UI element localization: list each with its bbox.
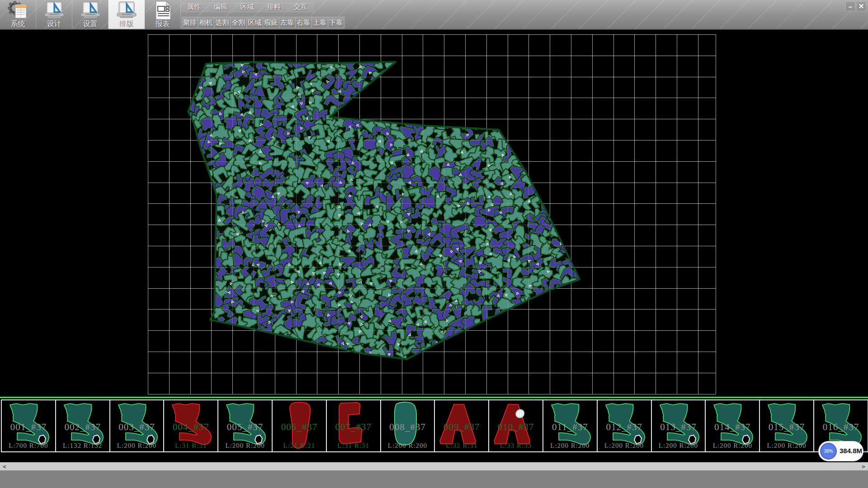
tool-button-region[interactable]: 区域	[247, 17, 263, 28]
piece-lr-label: L:700 R:700	[2, 442, 55, 450]
thumbnail-cell[interactable]: 011_#37L:200 R:200	[542, 399, 598, 452]
tool-button-snap-down[interactable]: 下靠	[328, 17, 344, 28]
piece-lr-label: L:200 R:200	[760, 442, 813, 450]
piece-id-label: 009_#37	[435, 422, 488, 433]
report-icon	[151, 1, 174, 20]
progress-percent: 38%	[824, 449, 833, 454]
piece-lr-label: L:21 R:21	[273, 442, 326, 450]
app-button-design[interactable]: 设计	[36, 0, 72, 29]
app-button-settings[interactable]: 设置	[72, 0, 108, 29]
piece-id-label: 008_#37	[381, 422, 434, 433]
tool-bar: 聚排相机选割全割区域瑕疵左靠右靠上靠下靠	[182, 17, 344, 28]
piece-lr-label: L:32 R:31	[435, 442, 488, 450]
close-button[interactable]: ✕	[856, 1, 866, 11]
piece-id-label: 003_#37	[110, 422, 164, 433]
thumbnail-cell[interactable]: 007_#37L:31 R:31	[326, 399, 381, 452]
piece-lr-label: L:200 R:200	[652, 442, 705, 450]
minimize-button[interactable]: –	[845, 1, 855, 11]
piece-id-label: 005_#37	[218, 422, 272, 433]
thumbnail-cell[interactable]: 002_#37L:132 R:132	[55, 399, 110, 452]
tool-button-snap-left[interactable]: 左靠	[279, 17, 296, 28]
divider-line	[0, 397, 868, 398]
app-button-layout[interactable]: 排版	[108, 0, 145, 29]
thumbnail-cell[interactable]: 013_#37L:200 R:200	[651, 399, 706, 452]
piece-id-label: 013_#37	[652, 422, 705, 433]
piece-id-label: 002_#37	[56, 422, 109, 433]
window-controls: – ✕	[845, 1, 866, 11]
piece-id-label: 016_#37	[814, 422, 868, 433]
app-button-bar: 系统 设计 设置 排版 报表	[0, 0, 181, 29]
system-gear-icon	[7, 1, 29, 20]
piece-lr-label: L:200 R:200	[381, 442, 434, 450]
piece-id-label: 014_#37	[706, 422, 759, 433]
piece-id-label: 004_#37	[164, 422, 217, 433]
tool-button-camera[interactable]: 相机	[198, 17, 214, 28]
tool-button-cluster-nest[interactable]: 聚排	[182, 17, 198, 28]
piece-id-label: 012_#37	[598, 422, 651, 433]
piece-lr-label: L:33 R:33	[489, 442, 542, 450]
piece-id-label: 010_#37	[489, 422, 542, 433]
menu-bar: 属性编辑区域排料交互	[181, 1, 314, 12]
piece-lr-label: L:200 R:200	[218, 442, 272, 450]
scroll-left-arrow[interactable]: <	[1, 462, 8, 470]
piece-id-label: 001_#37	[2, 422, 55, 433]
piece-id-label: 006_#37	[273, 422, 326, 433]
piece-id-label: 007_#37	[327, 422, 380, 433]
memory-status-pill: 38% 384.8M	[818, 441, 863, 461]
app-button-system[interactable]: 系统	[0, 0, 36, 29]
thumbnail-cell[interactable]: 005_#37L:200 R:200	[217, 399, 273, 452]
piece-lr-label: L:200 R:200	[110, 442, 164, 450]
thumbnail-cell[interactable]: 001_#37L:700 R:700	[1, 399, 56, 452]
piece-thumbnail-strip: 001_#37L:700 R:700 002_#37L:132 R:132 00…	[0, 399, 868, 452]
menu-item-edit[interactable]: 编辑	[208, 1, 234, 12]
laptop-ruler-icon	[43, 1, 66, 20]
piece-id-label: 015_#37	[760, 422, 813, 433]
scroll-right-arrow[interactable]: >	[860, 462, 867, 470]
piece-lr-label: L:200 R:200	[543, 442, 597, 450]
app-window: 系统 设计 设置 排版 报表 属性编辑区域排料交互 聚排相机选割全割区域瑕疵左靠…	[0, 0, 868, 488]
tool-button-snap-right[interactable]: 右靠	[296, 17, 312, 28]
progress-circle: 38%	[820, 443, 837, 460]
tool-button-cut-all[interactable]: 全割	[231, 17, 247, 28]
piece-lr-label: L:31 R:31	[164, 442, 217, 450]
tool-button-select-cut[interactable]: 选割	[214, 17, 231, 28]
piece-lr-label: L:31 R:31	[327, 442, 380, 450]
piece-lr-label: L:200 R:200	[706, 442, 759, 450]
thumbnail-cell[interactable]: 014_#37L:200 R:200	[705, 399, 760, 452]
piece-lr-label: L:132 R:132	[56, 442, 109, 450]
piece-lr-label: L:200 R:200	[598, 442, 651, 450]
thumbnail-cell[interactable]: 009_#37L:32 R:31	[434, 399, 489, 452]
piece-id-label: 011_#37	[543, 422, 597, 433]
thumbnail-cell[interactable]: 006_#37L:21 R:21	[272, 399, 327, 452]
tool-button-snap-up[interactable]: 上靠	[312, 17, 328, 28]
menu-item-region[interactable]: 区域	[234, 1, 261, 12]
tool-button-defect[interactable]: 瑕疵	[263, 17, 279, 28]
thumbnail-cell[interactable]: 003_#37L:200 R:200	[109, 399, 165, 452]
laptop-ruler-icon	[79, 1, 102, 20]
thumbnail-cell[interactable]: 015_#37L:200 R:200	[759, 399, 814, 452]
thumbnail-cell[interactable]: 008_#37L:200 R:200	[380, 399, 435, 452]
menu-item-nesting[interactable]: 排料	[261, 1, 288, 12]
status-footer	[0, 470, 868, 488]
thumbnail-cell[interactable]: 010_#37L:33 R:33	[488, 399, 543, 452]
nesting-canvas[interactable]	[0, 30, 868, 397]
toolbar: 系统 设计 设置 排版 报表 属性编辑区域排料交互 聚排相机选割全割区域瑕疵左靠…	[0, 0, 868, 30]
memory-value: 384.8M	[840, 447, 862, 455]
horizontal-scrollbar[interactable]: < >	[0, 462, 868, 470]
thumbnail-cell[interactable]: 012_#37L:200 R:200	[597, 399, 652, 452]
thumbnail-cell[interactable]: 004_#37L:31 R:31	[163, 399, 218, 452]
app-button-report[interactable]: 报表	[145, 0, 181, 29]
laptop-ruler-icon	[115, 1, 138, 20]
menu-item-interact[interactable]: 交互	[288, 1, 314, 12]
menu-item-properties[interactable]: 属性	[181, 1, 208, 12]
